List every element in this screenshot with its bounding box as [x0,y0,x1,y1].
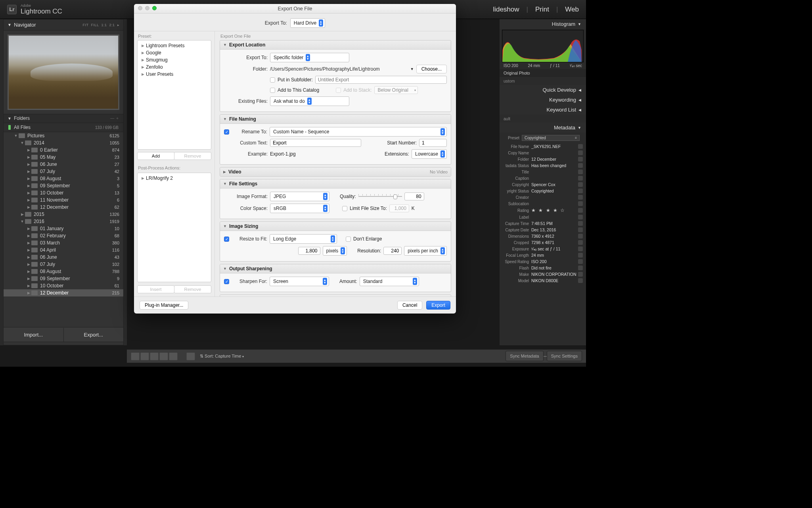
section-image-sizing[interactable]: ▼Image Sizing [220,222,451,231]
metadata-row[interactable]: Dimensions7360 x 4912 [500,233,586,239]
subfolder-checkbox[interactable] [270,77,275,83]
histogram[interactable] [502,30,584,62]
quality-input[interactable] [404,192,424,200]
folder-row[interactable]: ▶02 February68 [4,232,123,239]
metadata-row[interactable]: Folder12 December [500,156,586,162]
export-to-select[interactable]: Hard Drive [290,18,325,28]
section-output-sharpening[interactable]: ▼Output Sharpening [220,264,451,273]
section-export-location[interactable]: ▼Export Location [220,40,451,50]
existing-files-select[interactable]: Ask what to do [270,96,349,106]
color-space-select[interactable]: sRGB [270,204,329,213]
histogram-header[interactable]: Histogram▼ [500,19,586,29]
module-web[interactable]: Web [565,6,579,13]
post-insert-button[interactable]: Insert [137,285,174,293]
folder-row[interactable]: ▶04 April116 [4,246,123,254]
folder-row[interactable]: ▶07 July42 [4,168,123,175]
sharpen-for-select[interactable]: Screen [270,277,329,286]
metadata-row[interactable]: yright StatusCopyrighted [500,188,586,194]
folder-row[interactable]: ▶20151326 [4,211,123,218]
view-mode-icons[interactable] [131,352,178,360]
dialog-titlebar[interactable]: Export One File [134,4,456,13]
preset-item[interactable]: ▶Lightroom Presets [138,42,211,49]
metadata-row[interactable]: Exposure¹⁄₄₀ sec at ƒ / 11 [500,246,586,252]
folder-row[interactable]: ▶09 September5 [4,182,123,189]
folder-row[interactable]: ▶08 August3 [4,175,123,182]
volume-row[interactable]: All Files 133 / 699 GB [4,123,123,132]
module-slideshow[interactable]: lideshow [493,6,519,13]
section-file-naming[interactable]: ▼File Naming [220,115,451,124]
folder-row[interactable]: ▶10 October61 [4,282,123,289]
post-process-list[interactable]: ▶LR/Mogrify 2 [137,173,211,282]
export-button[interactable]: Export... [63,328,124,342]
compare-view-icon[interactable] [150,352,159,360]
navigator-header[interactable]: ▼Navigator FITFILL1:12:1▸ [4,19,123,31]
metadata-row[interactable]: tadata StatusHas been changed [500,162,586,169]
metadata-row[interactable]: Capture DateDec 13, 2016 [500,227,586,233]
sharpen-checkbox[interactable] [224,279,229,284]
folder-row[interactable]: ▶12 December215 [4,289,123,296]
survey-view-icon[interactable] [159,352,168,360]
sort-control[interactable]: ⇅ Sort: Capture Time ▾ [200,354,244,359]
resize-checkbox[interactable] [224,237,229,242]
folder-row[interactable]: ▶07 July102 [4,261,123,268]
metadata-row[interactable]: Rating★ ★ ★ ★ ☆ [500,207,586,214]
preset-list[interactable]: ▶Lightroom Presets▶Google▶Smugmug▶Zenfol… [137,40,211,150]
metadata-row[interactable]: Caption [500,175,586,181]
folder-row[interactable]: ▶11 November6 [4,196,123,204]
keywording-header[interactable]: Keywording◀ [500,95,586,105]
metadata-row[interactable]: Label [500,214,586,220]
folder-row[interactable]: ▶10 October13 [4,189,123,196]
metadata-row[interactable]: Focal Length24 mm [500,252,586,258]
metadata-row[interactable]: File Name_SKY6291.NEF [500,143,586,150]
folder-row[interactable]: ▶12 December62 [4,204,123,211]
start-number-input[interactable] [419,139,447,147]
export-confirm-button[interactable]: Export [426,301,450,310]
folder-row[interactable]: ▶09 September9 [4,275,123,282]
plugin-manager-button[interactable]: Plug-in Manager... [140,301,188,310]
minimize-icon[interactable] [145,6,149,10]
post-remove-button[interactable]: Remove [174,285,211,293]
metadata-preset[interactable]: Preset Copyrighted≡ [503,134,583,142]
metadata-row[interactable]: ModelNIKON D800E [500,277,586,284]
folder-row[interactable]: ▼20141055 [4,139,123,146]
module-print[interactable]: Print [535,6,549,13]
preset-add-button[interactable]: Add [137,152,174,160]
folder-row[interactable]: ▶0 Earlier874 [4,146,123,154]
keyword-list-header[interactable]: Keyword List◀ [500,105,586,115]
metadata-row[interactable]: FlashDid not fire [500,265,586,271]
module-switcher[interactable]: lideshow| Print| Web [493,6,579,13]
post-process-item[interactable]: ▶LR/Mogrify 2 [138,175,211,182]
cancel-button[interactable]: Cancel [397,301,422,310]
choose-folder-button[interactable]: Choose... [416,65,447,73]
preset-item[interactable]: ▶Smugmug [138,56,211,64]
extensions-select[interactable]: Lowercase [412,149,447,159]
folder-row[interactable]: ▶05 May23 [4,154,123,161]
image-format-select[interactable]: JPEG [270,192,329,201]
folder-row[interactable]: ▶03 March380 [4,239,123,246]
resolution-input[interactable] [383,247,402,255]
sharpen-amount-select[interactable]: Standard [360,277,419,286]
zoom-icon[interactable] [152,6,157,10]
resize-unit-select[interactable]: pixels [323,246,347,256]
metadata-row[interactable]: Sublocation [500,200,586,207]
folder-row[interactable]: ▶08 August788 [4,268,123,275]
loupe-view-icon[interactable] [140,352,149,360]
limit-filesize-checkbox[interactable] [342,206,347,211]
resize-method-select[interactable]: Long Edge [270,234,337,244]
people-view-icon[interactable] [169,352,178,360]
folder-row[interactable]: ▶06 June27 [4,161,123,168]
folder-row[interactable]: ▼20161919 [4,218,123,225]
dont-enlarge-checkbox[interactable] [346,237,351,242]
metadata-row[interactable]: CopyrightSpencer Cox [500,181,586,188]
location-export-to-select[interactable]: Specific folder [270,53,349,62]
folder-row[interactable]: ▼Pictures6125 [4,132,123,139]
preset-remove-button[interactable]: Remove [174,152,211,160]
metadata-row[interactable]: Creator [500,194,586,200]
folders-header[interactable]: ▼Folders — ＋ [4,114,123,123]
section-video[interactable]: ▶VideoNo Video [220,167,451,176]
grid-view-icon[interactable] [131,352,140,360]
add-catalog-checkbox[interactable] [270,88,275,93]
custom-text-input[interactable] [270,139,361,147]
metadata-row[interactable]: Capture Time7:48:51 PM [500,220,586,227]
metadata-row[interactable]: Title [500,169,586,175]
